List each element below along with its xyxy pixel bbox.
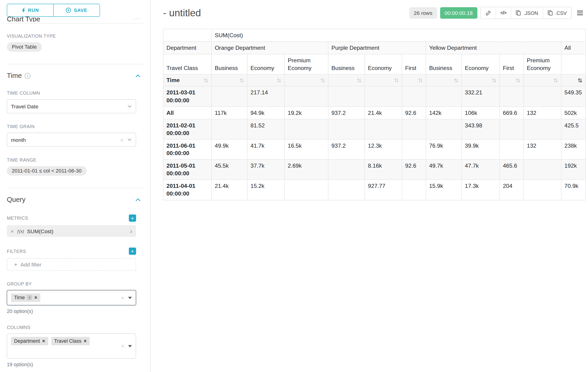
travel-class-header: Business [328, 54, 365, 74]
remove-chip-icon[interactable]: × [34, 295, 37, 300]
value-cell: 669.6 [500, 106, 524, 119]
sort-column[interactable] [247, 74, 284, 86]
group-by-chip-time[interactable]: Time i × [11, 293, 40, 302]
value-cell [284, 86, 328, 106]
query-section-title: Query [7, 196, 25, 204]
pivot-table: SUM(Cost)DepartmentOrange DepartmentPurp… [163, 29, 586, 200]
info-icon: i [25, 73, 31, 79]
metric-header: SUM(Cost) [211, 29, 586, 42]
sort-icon[interactable] [418, 78, 423, 83]
sort-icon[interactable] [394, 78, 399, 83]
sort-icon[interactable] [454, 78, 459, 83]
travel-class-header: Premium Economy [524, 54, 561, 74]
columns-chip-department[interactable]: Department × [11, 337, 48, 345]
value-cell [426, 119, 462, 139]
columns-select[interactable]: Department × Travel Class × × [7, 333, 136, 359]
value-cell [328, 159, 365, 180]
department-group-header: Orange Department [211, 42, 328, 54]
value-cell: 92.6 [402, 159, 426, 180]
save-button-label: SAVE [74, 8, 87, 13]
time-range-pill[interactable]: 2011-01-01 ≤ col < 2011-06-30 [7, 166, 86, 176]
chevron-up-icon[interactable] [135, 74, 141, 78]
sort-column[interactable] [524, 74, 561, 86]
remove-chip-icon[interactable]: × [84, 339, 86, 344]
info-icon[interactable]: i [27, 295, 32, 300]
metric-chip[interactable]: × ƒ(x) SUM(Cost) › [7, 225, 136, 237]
group-by-select[interactable]: Time i × × [7, 290, 136, 305]
remove-chip-icon[interactable]: × [42, 339, 45, 344]
sort-column[interactable] [284, 74, 328, 86]
copy-link-button[interactable] [481, 7, 495, 19]
sort-column[interactable] [402, 74, 426, 86]
add-filter-box[interactable]: + Add filter [7, 258, 136, 271]
caret-down-icon[interactable] [128, 345, 132, 347]
group-by-options-hint: 20 option(s) [7, 308, 143, 314]
clear-icon[interactable]: × [121, 343, 124, 349]
time-grain-select[interactable]: month × [7, 133, 136, 147]
time-column-value: Travel Date [11, 103, 38, 109]
query-section-header[interactable]: Query [7, 196, 141, 204]
remove-metric-icon[interactable]: × [11, 228, 14, 234]
value-cell: 425.5 [561, 119, 586, 139]
sort-column[interactable] [365, 74, 402, 86]
columns-chip-travel-class[interactable]: Travel Class × [51, 337, 90, 345]
row-header: 2011-03-01 00:00:00 [163, 86, 211, 106]
row-header: All [163, 106, 211, 119]
sort-icon[interactable] [578, 78, 582, 83]
value-cell [284, 119, 328, 139]
caret-right-icon[interactable]: › [130, 228, 132, 234]
caret-down-icon[interactable] [128, 297, 132, 299]
add-metric-button[interactable]: + [129, 214, 136, 222]
add-filter-button[interactable]: + [129, 248, 136, 255]
visualization-type-pill[interactable]: Pivot Table [7, 42, 42, 52]
time-section-header[interactable]: Time i [7, 72, 141, 80]
value-cell [328, 86, 365, 106]
chart-header: - untitled 26 rows 00:00:00.18 </> [163, 7, 586, 19]
sort-icon[interactable] [357, 78, 362, 83]
travel-class-header: Business [426, 54, 462, 74]
value-cell: 76.9k [426, 139, 462, 159]
value-cell: 39.9k [462, 139, 500, 159]
value-cell [211, 119, 247, 139]
value-cell [500, 139, 524, 159]
sort-icon[interactable] [492, 78, 496, 83]
sort-column[interactable] [211, 74, 247, 86]
sort-column[interactable] [328, 74, 365, 86]
group-by-label: GROUP BY [7, 281, 143, 287]
export-json-button[interactable]: .JSON [511, 7, 543, 19]
more-icon[interactable]: ··· [133, 16, 140, 21]
value-cell: 927.77 [365, 180, 402, 200]
chart-title[interactable]: - untitled [163, 7, 201, 19]
value-cell [402, 119, 426, 139]
save-button[interactable]: SAVE [53, 4, 100, 16]
value-cell: 502k [561, 106, 586, 119]
chevron-up-icon[interactable] [135, 198, 141, 202]
sort-icon[interactable] [239, 78, 244, 83]
menu-button[interactable] [575, 10, 586, 16]
row-header: 2011-02-01 00:00:00 [163, 119, 211, 139]
sort-icon[interactable] [321, 78, 325, 83]
clear-icon[interactable]: × [121, 295, 124, 301]
time-column-select[interactable]: Travel Date [7, 99, 136, 114]
value-cell [328, 119, 365, 139]
value-cell: 549.35 [561, 86, 586, 106]
run-button[interactable]: RUN [7, 4, 53, 16]
sort-column-active[interactable] [561, 74, 586, 86]
time-sort-header[interactable]: Time [163, 74, 211, 86]
table-row: 2011-02-01 00:00:0081.52343.98425.5 [163, 119, 586, 139]
sort-column[interactable] [500, 74, 524, 86]
sort-icon[interactable] [553, 78, 558, 83]
select-controls: × [121, 343, 132, 349]
view-query-button[interactable]: </> [495, 7, 511, 19]
clear-icon[interactable]: × [120, 137, 123, 143]
results-toolbar: 26 rows 00:00:00.18 </> [409, 7, 586, 19]
sort-column[interactable] [426, 74, 462, 86]
row-count-badge: 26 rows [409, 7, 437, 19]
sort-column[interactable] [462, 74, 500, 86]
row-header: 2011-06-01 00:00:00 [163, 139, 211, 159]
sort-icon[interactable] [204, 78, 209, 83]
export-csv-button[interactable]: .CSV [543, 7, 571, 19]
sort-icon[interactable] [516, 78, 520, 83]
chart-type-heading-text: Chart Type [7, 16, 40, 22]
sort-icon[interactable] [277, 78, 282, 83]
